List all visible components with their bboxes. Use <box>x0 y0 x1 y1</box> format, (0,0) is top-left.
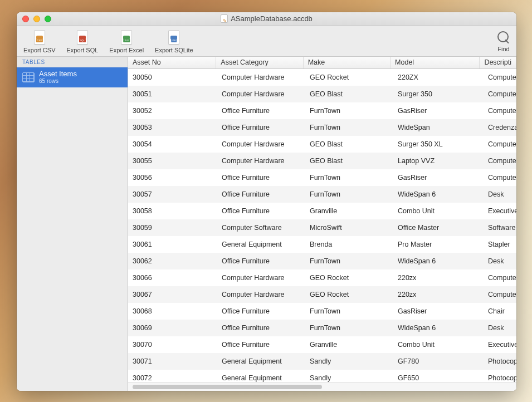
close-button[interactable] <box>22 16 29 22</box>
table-cell[interactable]: Office Furniture <box>217 324 305 332</box>
table-cell[interactable]: Compute <box>484 291 516 298</box>
table-row[interactable]: 30069Office FurnitureFurnTownWideSpan 6D… <box>128 320 516 336</box>
table-cell[interactable]: Office Furniture <box>217 307 305 315</box>
table-cell[interactable]: Desk <box>484 190 516 198</box>
table-row[interactable]: 30068Office FurnitureFurnTownGasRiserCha… <box>128 303 516 320</box>
table-cell[interactable]: Computer Hardware <box>217 90 305 98</box>
table-row[interactable]: 30067Computer HardwareGEO Rocket220zxCom… <box>128 286 516 303</box>
table-cell[interactable]: 30059 <box>128 224 217 232</box>
table-cell[interactable]: 30072 <box>128 374 217 382</box>
table-row[interactable]: 30070Office FurnitureGranvilleCombo Unit… <box>128 336 516 353</box>
table-cell[interactable]: Computer Hardware <box>217 291 305 298</box>
table-cell[interactable]: 30068 <box>128 307 217 315</box>
table-cell[interactable]: Chair <box>484 307 516 315</box>
table-cell[interactable]: GasRiser <box>393 174 484 182</box>
table-cell[interactable]: GasRiser <box>393 307 484 315</box>
table-row[interactable]: 30056Office FurnitureFurnTownGasRiserCom… <box>128 169 516 186</box>
table-cell[interactable]: FurnTown <box>305 307 393 315</box>
table-cell[interactable]: Office Furniture <box>217 174 305 182</box>
table-cell[interactable]: 30061 <box>128 241 217 248</box>
table-row[interactable]: 30051Computer HardwareGEO BlastSurger 35… <box>128 86 516 102</box>
table-row[interactable]: 30050Computer HardwareGEO Rocket220ZXCom… <box>128 69 516 86</box>
table-cell[interactable]: General Equipment <box>217 357 305 365</box>
table-cell[interactable]: 220ZX <box>393 73 484 81</box>
table-cell[interactable]: GEO Blast <box>305 140 393 148</box>
table-cell[interactable]: Combo Unit <box>393 341 484 349</box>
table-cell[interactable]: MicroSwift <box>305 224 393 232</box>
table-cell[interactable]: Surger 350 <box>393 90 484 98</box>
table-row[interactable]: 30057Office FurnitureFurnTownWideSpan 6D… <box>128 186 516 203</box>
table-cell[interactable]: FurnTown <box>305 107 393 115</box>
table-row[interactable]: 30061General EquipmentBrendaPro MasterSt… <box>128 236 516 253</box>
export-excel-button[interactable]: XLS Export Excel <box>107 28 146 55</box>
table-cell[interactable]: 30055 <box>128 157 217 165</box>
table-cell[interactable]: GF650 <box>393 374 484 382</box>
table-cell[interactable]: Desk <box>484 324 516 332</box>
table-cell[interactable]: Compute <box>484 107 516 115</box>
table-cell[interactable]: GEO Blast <box>305 157 393 165</box>
horizontal-scrollbar[interactable] <box>128 382 516 391</box>
table-cell[interactable]: WideSpan 6 <box>393 257 484 265</box>
table-cell[interactable]: 220zx <box>393 291 484 298</box>
table-cell[interactable]: Software <box>484 224 516 232</box>
table-cell[interactable]: GEO Rocket <box>305 274 393 282</box>
table-cell[interactable]: 30062 <box>128 257 217 265</box>
table-cell[interactable]: 30070 <box>128 341 217 349</box>
column-asset-category[interactable]: Asset Category <box>216 57 303 68</box>
table-cell[interactable]: Office Furniture <box>217 107 305 115</box>
table-cell[interactable]: Stapler <box>484 241 516 248</box>
table-cell[interactable]: General Equipment <box>217 374 305 382</box>
table-body[interactable]: 30050Computer HardwareGEO Rocket220ZXCom… <box>128 69 516 382</box>
table-cell[interactable]: 30052 <box>128 107 217 115</box>
table-cell[interactable]: Executive <box>484 207 516 215</box>
table-row[interactable]: 30058Office FurnitureGranvilleCombo Unit… <box>128 203 516 219</box>
table-cell[interactable]: Office Furniture <box>217 341 305 349</box>
table-row[interactable]: 30062Office FurnitureFurnTownWideSpan 6D… <box>128 253 516 269</box>
find-button[interactable]: Find <box>496 30 511 52</box>
table-cell[interactable]: Computer Hardware <box>217 274 305 282</box>
table-cell[interactable]: Office Furniture <box>217 190 305 198</box>
table-cell[interactable]: Computer Hardware <box>217 157 305 165</box>
table-cell[interactable]: Laptop VVZ <box>393 157 484 165</box>
column-description[interactable]: Descripti <box>480 57 516 68</box>
table-cell[interactable]: FurnTown <box>305 124 393 131</box>
table-row[interactable]: 30053Office FurnitureFurnTownWideSpanCre… <box>128 119 516 136</box>
table-cell[interactable]: General Equipment <box>217 241 305 248</box>
sidebar-table-asset-items[interactable]: Asset Items 65 rows <box>17 67 128 87</box>
table-cell[interactable]: Compute <box>484 140 516 148</box>
table-cell[interactable]: GEO Blast <box>305 90 393 98</box>
table-cell[interactable]: Compute <box>484 274 516 282</box>
table-cell[interactable]: Compute <box>484 174 516 182</box>
minimize-button[interactable] <box>33 16 40 22</box>
table-cell[interactable]: Granville <box>305 207 393 215</box>
table-cell[interactable]: Office Furniture <box>217 257 305 265</box>
export-csv-button[interactable]: CSV Export CSV <box>21 28 57 55</box>
table-cell[interactable]: FurnTown <box>305 257 393 265</box>
table-row[interactable]: 30055Computer HardwareGEO BlastLaptop VV… <box>128 153 516 169</box>
table-cell[interactable]: 30054 <box>128 140 217 148</box>
column-make[interactable]: Make <box>304 57 391 68</box>
table-cell[interactable]: Computer Hardware <box>217 73 305 81</box>
export-sql-button[interactable]: SQL Export SQL <box>64 28 100 55</box>
table-cell[interactable]: Sandly <box>305 374 393 382</box>
table-row[interactable]: 30072General EquipmentSandlyGF650Photoco… <box>128 370 516 382</box>
table-cell[interactable]: Combo Unit <box>393 207 484 215</box>
table-cell[interactable]: Pro Master <box>393 241 484 248</box>
table-cell[interactable]: Brenda <box>305 241 393 248</box>
table-cell[interactable]: 30056 <box>128 174 217 182</box>
table-row[interactable]: 30054Computer HardwareGEO BlastSurger 35… <box>128 136 516 153</box>
table-cell[interactable]: 30069 <box>128 324 217 332</box>
table-cell[interactable]: Computer Hardware <box>217 140 305 148</box>
table-cell[interactable]: Compute <box>484 73 516 81</box>
table-cell[interactable]: 220zx <box>393 274 484 282</box>
table-cell[interactable]: 30050 <box>128 73 217 81</box>
table-cell[interactable]: FurnTown <box>305 190 393 198</box>
table-cell[interactable]: Granville <box>305 341 393 349</box>
table-cell[interactable]: Office Furniture <box>217 207 305 215</box>
table-cell[interactable]: WideSpan 6 <box>393 190 484 198</box>
table-cell[interactable]: WideSpan 6 <box>393 324 484 332</box>
table-cell[interactable]: WideSpan <box>393 124 484 131</box>
zoom-button[interactable] <box>45 16 51 22</box>
table-cell[interactable]: GF780 <box>393 357 484 365</box>
table-cell[interactable]: Surger 350 XL <box>393 140 484 148</box>
